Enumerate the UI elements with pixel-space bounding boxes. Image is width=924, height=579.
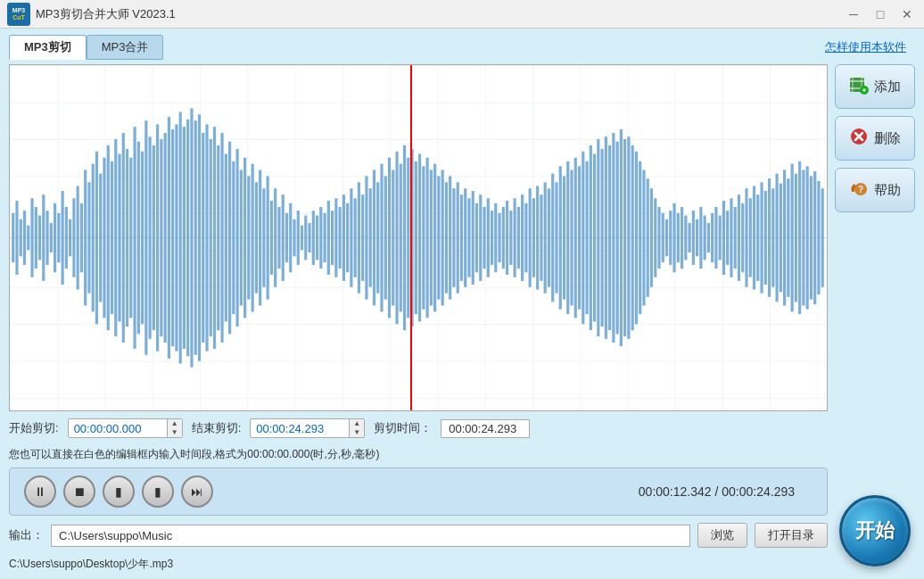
svg-rect-166	[631, 145, 634, 330]
tab-mp3merge[interactable]: MP3合并	[87, 35, 164, 60]
svg-rect-126	[479, 194, 482, 281]
svg-rect-28	[107, 145, 110, 330]
svg-rect-25	[95, 152, 98, 325]
start-button[interactable]: 开始	[839, 495, 911, 567]
svg-rect-32	[122, 133, 125, 343]
help-link[interactable]: 怎样使用本软件	[825, 39, 906, 55]
svg-rect-134	[509, 211, 512, 265]
info-text: 您也可以直接在白色的编辑框内输入时间段,格式为00:00:00.000(时,分,…	[9, 445, 828, 464]
status-bar: C:\Users\suppo\Desktop\少年.mp3	[9, 555, 828, 574]
svg-rect-29	[111, 161, 113, 314]
svg-rect-18	[69, 219, 71, 256]
svg-rect-203	[771, 188, 774, 287]
end-time-up[interactable]: ▲	[350, 419, 364, 428]
svg-rect-73	[277, 207, 280, 269]
svg-rect-67	[255, 182, 258, 293]
browse-button[interactable]: 浏览	[697, 523, 747, 548]
svg-rect-208	[791, 164, 794, 312]
delete-button[interactable]: 删除	[835, 116, 915, 161]
svg-rect-132	[502, 207, 505, 269]
maximize-button[interactable]: □	[870, 4, 890, 24]
help-icon: ?	[849, 179, 869, 202]
svg-rect-202	[768, 178, 771, 297]
svg-rect-49	[186, 120, 189, 356]
svg-rect-36	[137, 142, 140, 335]
start-time-up[interactable]: ▲	[168, 419, 182, 428]
svg-rect-169	[642, 170, 645, 305]
next-button[interactable]: ⏭	[181, 476, 213, 508]
svg-rect-21	[80, 203, 83, 272]
svg-rect-185	[704, 216, 706, 261]
svg-rect-199	[756, 194, 759, 281]
svg-rect-107	[407, 158, 409, 318]
svg-rect-168	[639, 161, 641, 314]
app-title: MP3剪切合并大师 V2023.1	[36, 6, 844, 22]
svg-rect-70	[267, 176, 269, 299]
svg-rect-156	[593, 154, 596, 322]
svg-rect-102	[388, 158, 391, 318]
svg-rect-35	[133, 127, 136, 349]
end-time-input[interactable]	[251, 420, 349, 437]
svg-rect-26	[99, 174, 102, 302]
svg-rect-129	[491, 211, 493, 265]
svg-rect-170	[647, 178, 649, 297]
svg-rect-86	[327, 201, 330, 275]
minimize-button[interactable]: ─	[844, 4, 863, 24]
add-button[interactable]: 添加	[835, 64, 915, 109]
svg-rect-154	[585, 161, 588, 314]
end-time-down[interactable]: ▼	[350, 428, 364, 437]
svg-rect-23	[87, 182, 90, 293]
svg-rect-20	[77, 186, 79, 289]
svg-rect-77	[293, 219, 295, 256]
start-time-input[interactable]	[69, 420, 167, 437]
svg-rect-85	[323, 213, 326, 262]
output-path-input[interactable]	[51, 525, 690, 547]
svg-rect-5	[20, 219, 22, 256]
svg-rect-95	[361, 194, 364, 281]
waveform-display[interactable]	[9, 64, 828, 411]
svg-rect-140	[532, 198, 535, 277]
svg-rect-99	[376, 182, 379, 293]
svg-rect-141	[536, 186, 539, 289]
close-button[interactable]: ✕	[897, 4, 917, 24]
open-dir-button[interactable]: 打开目录	[755, 523, 828, 548]
svg-rect-3	[12, 213, 14, 262]
mark-end-button[interactable]: ▮	[142, 476, 174, 508]
svg-rect-121	[460, 194, 463, 281]
svg-rect-6	[23, 211, 26, 265]
pause-button[interactable]: ⏸	[24, 476, 56, 508]
svg-rect-31	[118, 154, 120, 322]
svg-rect-149	[566, 161, 569, 314]
svg-rect-50	[190, 108, 193, 367]
help-button[interactable]: ? 帮助	[835, 168, 915, 212]
svg-rect-162	[616, 142, 619, 335]
svg-rect-89	[339, 207, 342, 269]
svg-rect-175	[665, 219, 668, 256]
svg-rect-76	[289, 203, 292, 272]
tab-mp3cut[interactable]: MP3剪切	[9, 35, 87, 60]
svg-rect-191	[726, 211, 729, 265]
svg-rect-110	[418, 154, 421, 322]
svg-rect-189	[719, 216, 722, 261]
svg-rect-63	[240, 170, 243, 305]
start-button-container: 开始	[835, 495, 915, 574]
svg-rect-81	[308, 223, 310, 252]
svg-rect-213	[810, 176, 813, 299]
mark-start-button[interactable]: ▮	[103, 476, 135, 508]
svg-rect-109	[415, 161, 417, 314]
svg-rect-174	[662, 213, 664, 262]
svg-rect-100	[380, 164, 383, 312]
svg-rect-184	[699, 207, 702, 269]
svg-rect-216	[821, 188, 824, 287]
svg-rect-90	[342, 194, 345, 281]
svg-rect-133	[506, 201, 508, 275]
svg-rect-30	[114, 139, 117, 336]
svg-rect-144	[548, 188, 550, 287]
stop-button[interactable]: ⏹	[63, 476, 95, 508]
svg-rect-165	[627, 136, 630, 339]
svg-rect-196	[745, 188, 747, 287]
start-time-down[interactable]: ▼	[168, 428, 182, 437]
svg-rect-209	[795, 174, 797, 302]
svg-rect-157	[597, 139, 599, 336]
svg-rect-118	[449, 176, 451, 299]
